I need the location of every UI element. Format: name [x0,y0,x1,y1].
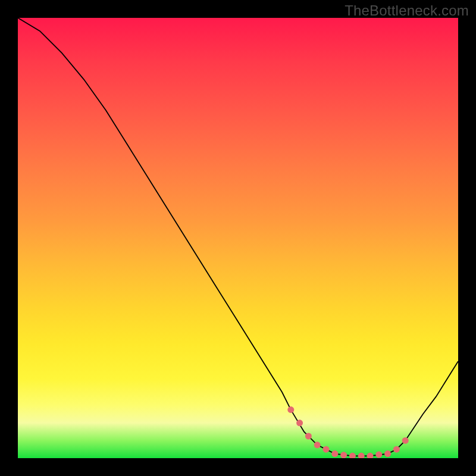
watermark-text: TheBottleneck.com [345,2,469,19]
marker-dot [402,437,409,444]
marker-dot [340,452,347,458]
marker-dot [331,450,338,457]
marker-dot [287,406,294,413]
marker-dot [358,453,365,458]
marker-dot [393,446,400,453]
marker-dot [349,453,356,458]
marker-group [287,406,408,458]
curve-svg [18,18,458,458]
chart-frame: TheBottleneck.com [0,0,476,476]
marker-dot [296,419,303,426]
bottleneck-curve [18,18,458,456]
marker-dot [305,433,312,440]
marker-dot [314,441,321,448]
marker-dot [323,446,330,453]
plot-area [18,18,458,458]
marker-dot [384,450,391,457]
marker-dot [375,452,382,458]
marker-dot [367,453,374,458]
